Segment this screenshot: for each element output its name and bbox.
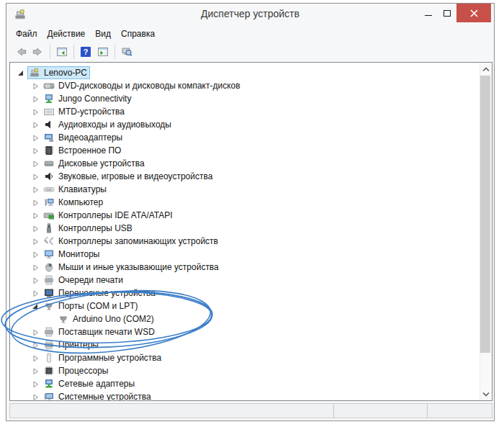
expand-toggle[interactable] — [32, 366, 40, 375]
expand-toggle[interactable] — [32, 263, 40, 271]
toolbar-scan-hardware-button[interactable] — [118, 43, 135, 60]
tree-item-content: Аудиовходы и аудиовыходы — [42, 118, 174, 131]
tree-item-mtd-devices[interactable]: MTD-устройства — [10, 105, 492, 118]
tree-item-video-adapters[interactable]: Видеоадаптеры — [10, 131, 492, 144]
portable-device-icon — [43, 287, 55, 299]
tree-item-monitors[interactable]: Мониторы — [10, 248, 492, 261]
storage-controller-icon — [43, 235, 55, 247]
expand-toggle[interactable] — [32, 224, 40, 233]
tree-item-printers[interactable]: Принтеры — [10, 338, 492, 351]
toolbar-back-button[interactable] — [12, 43, 30, 60]
tree-item-processors[interactable]: Процессоры — [10, 364, 492, 377]
expand-toggle[interactable] — [32, 237, 40, 246]
expand-toggle[interactable] — [17, 68, 26, 77]
close-button[interactable] — [456, 4, 491, 22]
expanded-arrow-icon — [32, 302, 39, 310]
expand-toggle[interactable] — [32, 133, 40, 142]
tree-item-ide-controllers[interactable]: Контроллеры IDE ATA/ATAPI — [10, 209, 492, 222]
tree-item-label: Контроллеры запоминающих устройств — [58, 236, 218, 246]
expand-toggle[interactable] — [32, 392, 40, 401]
titlebar: Диспетчер устройств — [6, 4, 494, 25]
tree-item-label: Сетевые адаптеры — [58, 379, 135, 389]
tree-item-content: Программные устройства — [42, 351, 164, 364]
tree-item-label: Контроллеры USB — [58, 223, 132, 233]
toolbar-forward-button[interactable] — [30, 43, 47, 60]
expand-toggle[interactable] — [32, 172, 40, 181]
tree-item-label: Arduino Uno (COM2) — [73, 314, 154, 324]
expanded-arrow-icon — [17, 69, 24, 77]
expand-toggle[interactable] — [32, 198, 40, 207]
collapsed-arrow-icon — [32, 82, 39, 90]
tree-item-dvd-drives[interactable]: DVD-дисководы и дисководы компакт-дисков — [10, 79, 492, 92]
tree-item-portable-devices[interactable]: Переносные устройства — [10, 287, 492, 300]
tree-item-sound-game-video[interactable]: Звуковые, игровые и видеоустройства — [10, 170, 492, 183]
scroll-down-icon[interactable] — [480, 388, 492, 400]
tree-item-lenovo-pc[interactable]: Lenovo-PC — [10, 66, 492, 79]
tree-item-arduino-uno-com2[interactable]: Arduino Uno (COM2) — [10, 312, 492, 325]
tree-item-label: Lenovo-PC — [44, 68, 87, 78]
expand-toggle[interactable] — [32, 107, 40, 116]
vertical-scrollbar[interactable] — [480, 63, 492, 400]
status-cell — [10, 404, 333, 418]
expand-toggle[interactable] — [32, 81, 40, 90]
tree-item-system-devices[interactable]: Системные устройства — [10, 390, 492, 401]
expand-toggle[interactable] — [32, 379, 40, 388]
expand-toggle[interactable] — [32, 341, 40, 349]
firmware-icon — [43, 145, 55, 156]
tree-item-label: DVD-дисководы и дисководы компакт-дисков — [58, 81, 240, 91]
tree-item-content: Сетевые адаптеры — [42, 377, 138, 390]
tree-item-print-queues[interactable]: Очереди печати — [10, 274, 492, 287]
tree-item-firmware[interactable]: Встроенное ПО — [10, 144, 492, 157]
tree-item-audio-io[interactable]: Аудиовходы и аудиовыходы — [10, 118, 492, 131]
expand-toggle[interactable] — [32, 146, 40, 155]
tree-item-usb-controllers[interactable]: Контроллеры USB — [10, 222, 492, 235]
expand-toggle[interactable] — [32, 185, 40, 194]
collapsed-arrow-icon — [32, 95, 39, 103]
expand-toggle[interactable] — [32, 120, 40, 129]
expand-toggle[interactable] — [32, 276, 40, 284]
tree-item-label: Видеоадаптеры — [58, 132, 122, 143]
toolbar-action-pane-button[interactable] — [94, 43, 112, 60]
tree-item-wsd-print-provider[interactable]: Поставщик печати WSD — [10, 325, 492, 338]
tree-item-label: MTD-устройства — [58, 107, 125, 117]
tree-item-content: Поставщик печати WSD — [42, 325, 158, 338]
expand-toggle[interactable] — [32, 94, 40, 103]
usb-controller-icon — [43, 222, 55, 234]
toolbar-separator — [114, 45, 115, 59]
menu-action[interactable]: Действие — [42, 27, 91, 41]
menu-view[interactable]: Вид — [90, 27, 116, 41]
tree-item-ports-com-lpt[interactable]: Порты (COM и LPT) — [10, 300, 492, 312]
toolbar-show-console-tree-button[interactable] — [53, 43, 71, 60]
printer-icon — [43, 339, 55, 351]
expand-toggle[interactable] — [32, 159, 40, 168]
expand-toggle[interactable] — [32, 289, 40, 297]
expand-toggle[interactable] — [32, 211, 40, 220]
tree-item-computer[interactable]: Компьютер — [10, 196, 492, 209]
expand-toggle[interactable] — [32, 302, 40, 310]
menu-file[interactable]: Файл — [11, 27, 42, 41]
tree-item-storage-controllers[interactable]: Контроллеры запоминающих устройств — [10, 235, 492, 248]
tree-item-mice[interactable]: Мыши и иные указывающие устройства — [10, 261, 492, 274]
mtd-device-icon — [43, 106, 55, 117]
minimize-button[interactable] — [419, 4, 438, 22]
tree-item-software-devices[interactable]: Программные устройства — [10, 351, 492, 364]
action-pane-icon — [97, 46, 109, 58]
maximize-button[interactable] — [438, 4, 456, 22]
tree-item-network-adapters[interactable]: Сетевые адаптеры — [10, 377, 492, 390]
expand-toggle[interactable] — [32, 328, 40, 336]
status-cell — [427, 404, 492, 418]
collapsed-arrow-icon — [32, 160, 39, 168]
scrollbar-thumb[interactable] — [480, 76, 490, 353]
expand-toggle[interactable] — [32, 354, 40, 362]
scroll-up-icon[interactable] — [480, 63, 492, 75]
tree-item-disk-devices[interactable]: Дисковые устройства — [10, 157, 492, 170]
toolbar-help-button[interactable]: ? — [77, 43, 94, 60]
collapsed-arrow-icon — [32, 121, 39, 129]
menu-help[interactable]: Справка — [116, 27, 160, 41]
tree-item-keyboards[interactable]: Клавиатуры — [10, 183, 492, 196]
collapsed-arrow-icon — [32, 367, 39, 375]
expand-toggle[interactable] — [32, 250, 40, 258]
tree-item-jungo-connectivity[interactable]: Jungo Connectivity — [10, 92, 492, 105]
collapsed-arrow-icon — [32, 225, 39, 233]
collapsed-arrow-icon — [32, 108, 39, 116]
